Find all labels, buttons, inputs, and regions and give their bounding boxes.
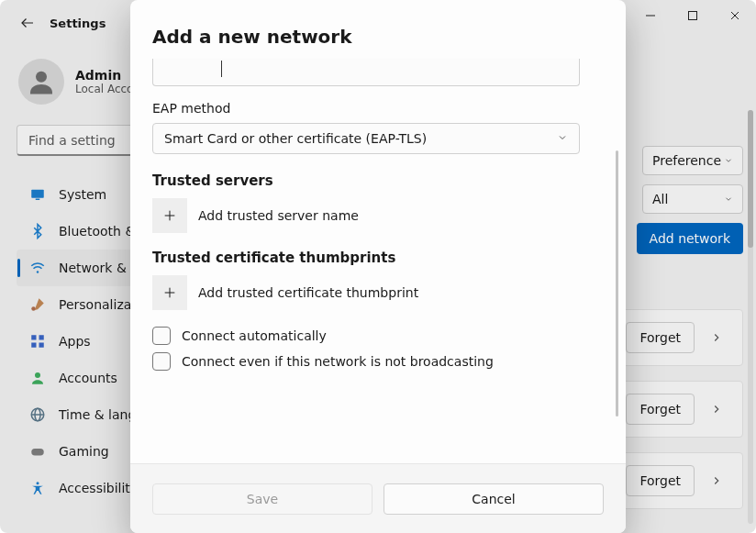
connect-automatically-row[interactable]: Connect automatically bbox=[152, 327, 580, 345]
text-caret bbox=[221, 61, 222, 77]
cancel-button[interactable]: Cancel bbox=[384, 483, 604, 515]
add-trusted-thumbprint-label: Add trusted certificate thumbprint bbox=[198, 285, 418, 300]
add-trusted-thumbprint-button[interactable] bbox=[152, 275, 187, 310]
add-network-dialog: Add a new network EAP method Smart Card … bbox=[130, 0, 626, 533]
app-window: Settings Admin Local Account SystemBluet… bbox=[0, 0, 756, 533]
save-button[interactable]: Save bbox=[152, 483, 372, 515]
trusted-servers-heading: Trusted servers bbox=[152, 172, 580, 189]
previous-input[interactable] bbox=[152, 59, 580, 86]
connect-hidden-checkbox[interactable] bbox=[152, 352, 171, 371]
dialog-scrollbar[interactable] bbox=[616, 150, 618, 416]
connect-hidden-row[interactable]: Connect even if this network is not broa… bbox=[152, 352, 580, 371]
trusted-thumbprints-heading: Trusted certificate thumbprints bbox=[152, 250, 580, 266]
eap-method-label: EAP method bbox=[152, 101, 580, 116]
dialog-footer: Save Cancel bbox=[130, 463, 626, 533]
add-trusted-server-button[interactable] bbox=[152, 198, 187, 233]
eap-method-value: Smart Card or other certificate (EAP-TLS… bbox=[164, 131, 427, 146]
add-trusted-thumbprint-row: Add trusted certificate thumbprint bbox=[152, 275, 580, 310]
connect-hidden-label: Connect even if this network is not broa… bbox=[182, 354, 494, 369]
chevron-down-icon bbox=[557, 131, 568, 146]
dialog-body: EAP method Smart Card or other certifica… bbox=[130, 48, 626, 463]
eap-method-dropdown[interactable]: Smart Card or other certificate (EAP-TLS… bbox=[152, 123, 580, 154]
add-trusted-server-label: Add trusted server name bbox=[198, 208, 359, 223]
connect-automatically-label: Connect automatically bbox=[182, 328, 327, 343]
connect-automatically-checkbox[interactable] bbox=[152, 327, 171, 345]
dialog-title: Add a new network bbox=[130, 0, 626, 48]
add-trusted-server-row: Add trusted server name bbox=[152, 198, 580, 233]
